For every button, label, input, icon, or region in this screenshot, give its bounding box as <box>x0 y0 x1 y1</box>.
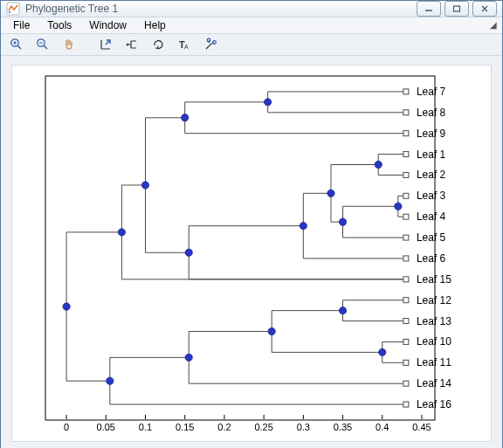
svg-line-9 <box>44 45 47 49</box>
x-tick-label: 0.35 <box>334 422 352 432</box>
zoom-out-icon[interactable] <box>32 34 53 55</box>
menu-file[interactable]: File <box>6 17 37 33</box>
svg-point-15 <box>207 38 210 42</box>
internal-node <box>185 249 192 256</box>
leaf-marker <box>403 319 409 324</box>
menu-window[interactable]: Window <box>82 17 134 33</box>
x-tick-label: 0.25 <box>254 422 272 432</box>
app-window: Phylogenetic Tree 1 File Tools Window He… <box>0 0 503 448</box>
rotate-icon[interactable] <box>148 34 169 55</box>
app-icon <box>6 2 20 16</box>
leaf-label: Leaf 10 <box>417 335 451 348</box>
zoom-in-icon[interactable] <box>6 34 27 55</box>
toolbar: TA <box>1 34 502 56</box>
close-button[interactable] <box>472 1 497 17</box>
internal-node <box>339 218 346 225</box>
svg-point-16 <box>213 41 217 45</box>
leaf-label: Leaf 14 <box>417 377 451 389</box>
internal-node <box>268 327 275 334</box>
menubar: File Tools Window Help ◢ <box>1 17 502 34</box>
leaf-marker <box>403 89 409 94</box>
leaf-label: Leaf 3 <box>417 190 446 202</box>
pan-icon[interactable] <box>59 34 79 55</box>
leaf-label: Leaf 4 <box>417 210 446 223</box>
svg-rect-3 <box>454 6 460 11</box>
internal-node <box>395 203 402 210</box>
leaf-marker <box>403 381 409 386</box>
internal-node <box>182 114 189 121</box>
svg-line-11 <box>106 40 110 45</box>
leaf-marker <box>403 110 409 115</box>
leaf-marker <box>403 172 409 177</box>
axes-box <box>45 76 435 420</box>
leaf-label: Leaf 15 <box>417 273 451 286</box>
plot-container: Leaf 7Leaf 8Leaf 9Leaf 1Leaf 2Leaf 3Leaf… <box>1 56 502 448</box>
x-tick-label: 0.45 <box>412 422 431 432</box>
leaf-label: Leaf 5 <box>417 231 446 244</box>
x-tick-label: 0.1 <box>139 422 152 432</box>
rename-icon[interactable]: TA <box>174 34 195 55</box>
leaf-label: Leaf 8 <box>417 107 446 119</box>
internal-node <box>327 190 334 196</box>
x-tick-label: 0.3 <box>297 422 310 432</box>
leaf-label: Leaf 2 <box>417 169 446 181</box>
maximize-button[interactable] <box>444 1 469 17</box>
collapse-icon[interactable] <box>121 34 142 55</box>
leaf-marker <box>403 339 409 344</box>
internal-node <box>118 229 125 236</box>
titlebar: Phylogenetic Tree 1 <box>1 1 502 17</box>
internal-node <box>63 303 70 310</box>
leaf-label: Leaf 12 <box>417 294 451 307</box>
leaf-marker <box>403 235 409 240</box>
svg-point-1 <box>9 11 10 13</box>
internal-node <box>185 354 192 361</box>
x-tick-label: 0.15 <box>176 422 194 432</box>
leaf-marker <box>403 131 409 136</box>
leaf-label: Leaf 7 <box>417 86 446 98</box>
x-tick-label: 0.4 <box>376 422 389 432</box>
x-tick-label: 0.2 <box>217 422 231 432</box>
internal-node <box>300 222 307 229</box>
menu-tools[interactable]: Tools <box>40 17 79 33</box>
window-title: Phylogenetic Tree 1 <box>25 3 413 15</box>
internal-node <box>107 377 114 384</box>
x-tick-label: 0.05 <box>97 422 115 432</box>
leaf-marker <box>403 298 409 303</box>
internal-node <box>264 99 271 106</box>
x-tick-label: 0 <box>64 422 69 432</box>
leaf-label: Leaf 6 <box>417 252 446 265</box>
prune-icon[interactable] <box>200 34 221 55</box>
leaf-marker <box>403 256 409 261</box>
minimize-button[interactable] <box>417 1 441 17</box>
leaf-label: Leaf 9 <box>417 128 446 140</box>
leaf-label: Leaf 13 <box>417 315 451 327</box>
leaf-marker <box>403 402 409 407</box>
svg-line-5 <box>17 45 21 49</box>
svg-point-12 <box>127 44 129 46</box>
leaf-label: Leaf 16 <box>417 398 451 410</box>
leaf-label: Leaf 11 <box>417 356 451 369</box>
menu-more-icon[interactable]: ◢ <box>490 20 497 30</box>
internal-node <box>375 161 382 168</box>
svg-text:A: A <box>184 44 189 50</box>
internal-node <box>379 348 386 355</box>
leaf-marker <box>403 193 409 198</box>
internal-node <box>141 182 148 189</box>
leaf-marker <box>403 360 409 365</box>
internal-node <box>339 307 346 314</box>
phylo-plot[interactable]: Leaf 7Leaf 8Leaf 9Leaf 1Leaf 2Leaf 3Leaf… <box>11 65 492 442</box>
leaf-marker <box>403 214 409 219</box>
leaf-label: Leaf 1 <box>417 148 446 161</box>
inspect-icon[interactable] <box>95 34 116 55</box>
leaf-marker <box>403 152 409 157</box>
menu-help[interactable]: Help <box>137 17 173 33</box>
leaf-marker <box>403 277 409 282</box>
